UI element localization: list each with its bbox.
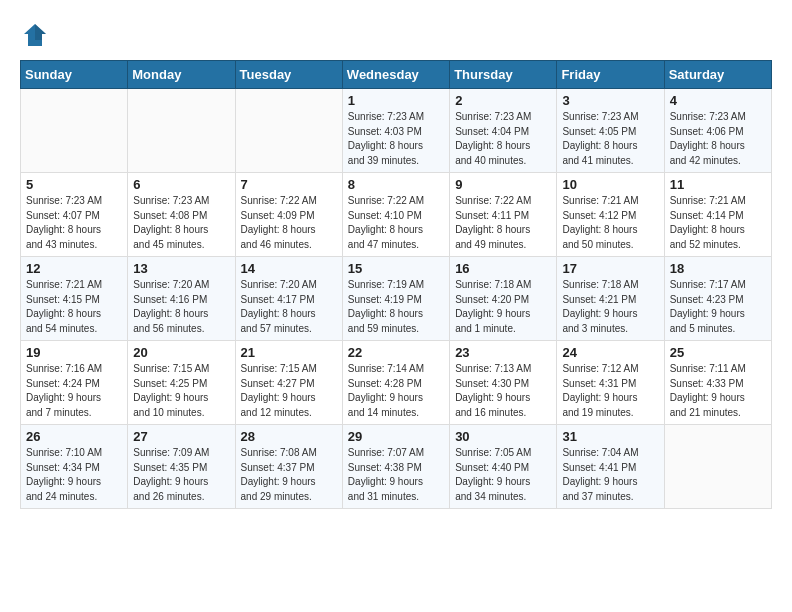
day-info: Sunrise: 7:22 AM Sunset: 4:10 PM Dayligh… xyxy=(348,194,444,252)
week-row-3: 12Sunrise: 7:21 AM Sunset: 4:15 PM Dayli… xyxy=(21,257,772,341)
day-number: 13 xyxy=(133,261,229,276)
day-info: Sunrise: 7:18 AM Sunset: 4:21 PM Dayligh… xyxy=(562,278,658,336)
day-info: Sunrise: 7:16 AM Sunset: 4:24 PM Dayligh… xyxy=(26,362,122,420)
day-number: 11 xyxy=(670,177,766,192)
calendar-cell: 31Sunrise: 7:04 AM Sunset: 4:41 PM Dayli… xyxy=(557,425,664,509)
day-number: 20 xyxy=(133,345,229,360)
day-info: Sunrise: 7:04 AM Sunset: 4:41 PM Dayligh… xyxy=(562,446,658,504)
weekday-header-friday: Friday xyxy=(557,61,664,89)
day-info: Sunrise: 7:11 AM Sunset: 4:33 PM Dayligh… xyxy=(670,362,766,420)
day-number: 15 xyxy=(348,261,444,276)
day-number: 25 xyxy=(670,345,766,360)
day-info: Sunrise: 7:12 AM Sunset: 4:31 PM Dayligh… xyxy=(562,362,658,420)
week-row-4: 19Sunrise: 7:16 AM Sunset: 4:24 PM Dayli… xyxy=(21,341,772,425)
calendar-cell: 19Sunrise: 7:16 AM Sunset: 4:24 PM Dayli… xyxy=(21,341,128,425)
day-info: Sunrise: 7:15 AM Sunset: 4:25 PM Dayligh… xyxy=(133,362,229,420)
day-info: Sunrise: 7:23 AM Sunset: 4:05 PM Dayligh… xyxy=(562,110,658,168)
day-info: Sunrise: 7:21 AM Sunset: 4:12 PM Dayligh… xyxy=(562,194,658,252)
calendar-cell: 11Sunrise: 7:21 AM Sunset: 4:14 PM Dayli… xyxy=(664,173,771,257)
weekday-header-monday: Monday xyxy=(128,61,235,89)
day-number: 24 xyxy=(562,345,658,360)
weekday-header-row: SundayMondayTuesdayWednesdayThursdayFrid… xyxy=(21,61,772,89)
calendar-cell: 23Sunrise: 7:13 AM Sunset: 4:30 PM Dayli… xyxy=(450,341,557,425)
day-info: Sunrise: 7:23 AM Sunset: 4:04 PM Dayligh… xyxy=(455,110,551,168)
calendar-cell xyxy=(21,89,128,173)
calendar-cell: 20Sunrise: 7:15 AM Sunset: 4:25 PM Dayli… xyxy=(128,341,235,425)
day-number: 5 xyxy=(26,177,122,192)
weekday-header-thursday: Thursday xyxy=(450,61,557,89)
day-info: Sunrise: 7:22 AM Sunset: 4:11 PM Dayligh… xyxy=(455,194,551,252)
calendar-cell xyxy=(235,89,342,173)
weekday-header-saturday: Saturday xyxy=(664,61,771,89)
day-number: 6 xyxy=(133,177,229,192)
calendar-cell: 2Sunrise: 7:23 AM Sunset: 4:04 PM Daylig… xyxy=(450,89,557,173)
calendar-cell: 10Sunrise: 7:21 AM Sunset: 4:12 PM Dayli… xyxy=(557,173,664,257)
calendar-cell: 5Sunrise: 7:23 AM Sunset: 4:07 PM Daylig… xyxy=(21,173,128,257)
day-number: 21 xyxy=(241,345,337,360)
calendar-cell xyxy=(128,89,235,173)
day-info: Sunrise: 7:23 AM Sunset: 4:07 PM Dayligh… xyxy=(26,194,122,252)
day-number: 12 xyxy=(26,261,122,276)
day-info: Sunrise: 7:20 AM Sunset: 4:16 PM Dayligh… xyxy=(133,278,229,336)
calendar-cell: 8Sunrise: 7:22 AM Sunset: 4:10 PM Daylig… xyxy=(342,173,449,257)
day-number: 14 xyxy=(241,261,337,276)
day-info: Sunrise: 7:18 AM Sunset: 4:20 PM Dayligh… xyxy=(455,278,551,336)
day-info: Sunrise: 7:22 AM Sunset: 4:09 PM Dayligh… xyxy=(241,194,337,252)
calendar-cell: 27Sunrise: 7:09 AM Sunset: 4:35 PM Dayli… xyxy=(128,425,235,509)
day-info: Sunrise: 7:14 AM Sunset: 4:28 PM Dayligh… xyxy=(348,362,444,420)
day-number: 30 xyxy=(455,429,551,444)
calendar-cell: 30Sunrise: 7:05 AM Sunset: 4:40 PM Dayli… xyxy=(450,425,557,509)
day-number: 28 xyxy=(241,429,337,444)
page-header xyxy=(20,20,772,50)
day-number: 22 xyxy=(348,345,444,360)
day-info: Sunrise: 7:21 AM Sunset: 4:14 PM Dayligh… xyxy=(670,194,766,252)
calendar-cell: 25Sunrise: 7:11 AM Sunset: 4:33 PM Dayli… xyxy=(664,341,771,425)
day-number: 17 xyxy=(562,261,658,276)
day-info: Sunrise: 7:10 AM Sunset: 4:34 PM Dayligh… xyxy=(26,446,122,504)
day-number: 7 xyxy=(241,177,337,192)
week-row-2: 5Sunrise: 7:23 AM Sunset: 4:07 PM Daylig… xyxy=(21,173,772,257)
svg-marker-1 xyxy=(35,24,46,40)
calendar-cell: 28Sunrise: 7:08 AM Sunset: 4:37 PM Dayli… xyxy=(235,425,342,509)
calendar-cell: 4Sunrise: 7:23 AM Sunset: 4:06 PM Daylig… xyxy=(664,89,771,173)
day-number: 26 xyxy=(26,429,122,444)
day-info: Sunrise: 7:23 AM Sunset: 4:08 PM Dayligh… xyxy=(133,194,229,252)
day-info: Sunrise: 7:21 AM Sunset: 4:15 PM Dayligh… xyxy=(26,278,122,336)
calendar-cell: 12Sunrise: 7:21 AM Sunset: 4:15 PM Dayli… xyxy=(21,257,128,341)
calendar-cell: 1Sunrise: 7:23 AM Sunset: 4:03 PM Daylig… xyxy=(342,89,449,173)
day-info: Sunrise: 7:08 AM Sunset: 4:37 PM Dayligh… xyxy=(241,446,337,504)
calendar-cell: 15Sunrise: 7:19 AM Sunset: 4:19 PM Dayli… xyxy=(342,257,449,341)
day-info: Sunrise: 7:07 AM Sunset: 4:38 PM Dayligh… xyxy=(348,446,444,504)
day-info: Sunrise: 7:20 AM Sunset: 4:17 PM Dayligh… xyxy=(241,278,337,336)
day-number: 8 xyxy=(348,177,444,192)
day-info: Sunrise: 7:09 AM Sunset: 4:35 PM Dayligh… xyxy=(133,446,229,504)
day-info: Sunrise: 7:17 AM Sunset: 4:23 PM Dayligh… xyxy=(670,278,766,336)
day-number: 19 xyxy=(26,345,122,360)
calendar-cell: 6Sunrise: 7:23 AM Sunset: 4:08 PM Daylig… xyxy=(128,173,235,257)
day-info: Sunrise: 7:23 AM Sunset: 4:03 PM Dayligh… xyxy=(348,110,444,168)
calendar-cell: 29Sunrise: 7:07 AM Sunset: 4:38 PM Dayli… xyxy=(342,425,449,509)
logo-icon xyxy=(20,20,50,50)
calendar-cell: 14Sunrise: 7:20 AM Sunset: 4:17 PM Dayli… xyxy=(235,257,342,341)
calendar-cell: 24Sunrise: 7:12 AM Sunset: 4:31 PM Dayli… xyxy=(557,341,664,425)
day-info: Sunrise: 7:15 AM Sunset: 4:27 PM Dayligh… xyxy=(241,362,337,420)
calendar-cell: 16Sunrise: 7:18 AM Sunset: 4:20 PM Dayli… xyxy=(450,257,557,341)
day-info: Sunrise: 7:23 AM Sunset: 4:06 PM Dayligh… xyxy=(670,110,766,168)
day-number: 16 xyxy=(455,261,551,276)
calendar-cell: 17Sunrise: 7:18 AM Sunset: 4:21 PM Dayli… xyxy=(557,257,664,341)
calendar-table: SundayMondayTuesdayWednesdayThursdayFrid… xyxy=(20,60,772,509)
calendar-cell: 13Sunrise: 7:20 AM Sunset: 4:16 PM Dayli… xyxy=(128,257,235,341)
calendar-cell: 26Sunrise: 7:10 AM Sunset: 4:34 PM Dayli… xyxy=(21,425,128,509)
calendar-cell: 3Sunrise: 7:23 AM Sunset: 4:05 PM Daylig… xyxy=(557,89,664,173)
day-number: 4 xyxy=(670,93,766,108)
day-number: 9 xyxy=(455,177,551,192)
day-number: 23 xyxy=(455,345,551,360)
day-number: 2 xyxy=(455,93,551,108)
week-row-5: 26Sunrise: 7:10 AM Sunset: 4:34 PM Dayli… xyxy=(21,425,772,509)
weekday-header-tuesday: Tuesday xyxy=(235,61,342,89)
day-number: 29 xyxy=(348,429,444,444)
week-row-1: 1Sunrise: 7:23 AM Sunset: 4:03 PM Daylig… xyxy=(21,89,772,173)
weekday-header-wednesday: Wednesday xyxy=(342,61,449,89)
day-info: Sunrise: 7:05 AM Sunset: 4:40 PM Dayligh… xyxy=(455,446,551,504)
calendar-cell: 9Sunrise: 7:22 AM Sunset: 4:11 PM Daylig… xyxy=(450,173,557,257)
